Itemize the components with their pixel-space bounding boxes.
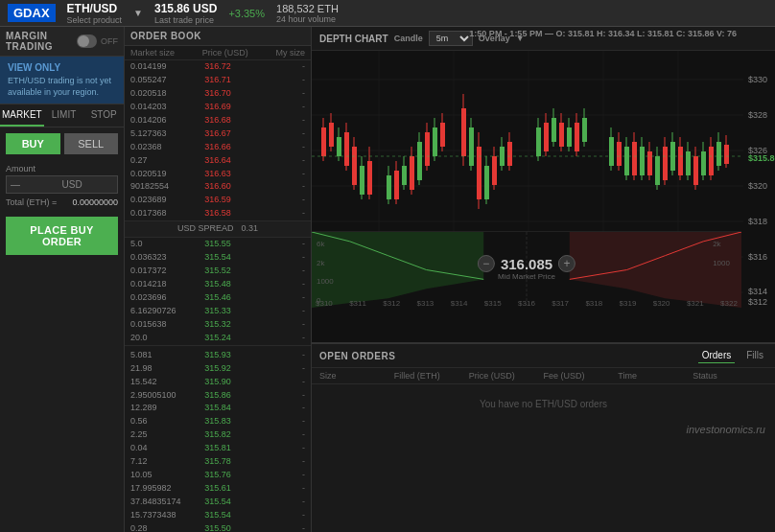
volume-label: 24 hour volume (276, 14, 339, 24)
tab-limit[interactable]: LIMIT (44, 104, 84, 127)
svg-text:$315.86: $315.86 (748, 153, 775, 163)
sell-row[interactable]: 0.27316.64- (125, 154, 311, 168)
buy-row[interactable]: 15.542315.90- (125, 376, 311, 389)
buy-row[interactable]: 12.289315.84- (125, 402, 311, 415)
sell-row[interactable]: 0.020518316.70- (125, 87, 311, 101)
buy-row[interactable]: 0.015638315.32- (125, 318, 311, 332)
col-price: Price (USD) (202, 48, 248, 58)
buy-row[interactable]: 21.98315.92- (125, 362, 311, 376)
sell-row[interactable]: 0.055247316.71- (125, 74, 311, 87)
svg-text:6k: 6k (317, 240, 324, 248)
orderbook-header: Market size Price (USD) My size (125, 46, 311, 60)
depth-title-text: DEPTH CHART (319, 34, 388, 44)
col-fee: Fee (USD) (543, 371, 618, 381)
buy-row[interactable]: 2.25315.82- (125, 428, 311, 442)
buy-row[interactable]: 0.56315.83- (125, 415, 311, 428)
open-orders-header: OPEN ORDERS Orders Fills (312, 344, 775, 368)
margin-toggle[interactable] (77, 35, 97, 48)
mid-price-row: − 316.085 + (478, 255, 575, 272)
col-price: Price (USD) (469, 371, 544, 381)
tab-stop[interactable]: STOP (83, 104, 124, 127)
price-change: +3.35% (228, 8, 265, 19)
trading-pair[interactable]: ETH/USD (67, 2, 123, 15)
view-only-text: ETH/USD trading is not yet available in … (8, 76, 116, 98)
sell-button[interactable]: SELL (64, 133, 119, 154)
tab-market[interactable]: MARKET (0, 104, 44, 127)
chart-info: 1:50 PM - 1:55 PM — O: 315.81 H: 316.34 … (469, 29, 737, 38)
volume-stat: 188,532 ETH 24 hour volume (276, 3, 339, 24)
view-only-box: VIEW ONLY ETH/USD trading is not yet ava… (0, 57, 124, 104)
depth-chart-title: DEPTH CHART Candle 5m15m1h6h1d Overlay ▼… (312, 27, 775, 51)
buy-button[interactable]: BUY (6, 133, 60, 154)
order-book-panel: ORDER BOOK Market size Price (USD) My si… (125, 27, 312, 532)
sell-row[interactable]: 0.017368316.58- (125, 207, 311, 220)
col-size: Size (319, 371, 394, 381)
buy-row[interactable]: 2.95005100315.86- (125, 389, 311, 403)
depth-area: 6k 2k 1000 0 2k 1000 − 316.085 + (312, 231, 741, 308)
buy-row[interactable]: 5.0315.55- (125, 238, 311, 251)
amount-label: Amount (6, 164, 118, 173)
last-price: 315.86 USD (154, 2, 217, 15)
candle-label: Candle (394, 34, 423, 43)
chart-info-text: 1:50 PM - 1:55 PM — O: 315.81 H: 316.34 … (469, 29, 737, 38)
sell-row[interactable]: 0.023689316.59- (125, 194, 311, 207)
buy-row[interactable]: 5.081315.93- (125, 349, 311, 362)
view-only-title: VIEW ONLY (8, 62, 116, 73)
sell-row[interactable]: 0.02368316.66- (125, 141, 311, 154)
buy-row[interactable]: 20.0315.24- (125, 332, 311, 345)
sell-row[interactable]: 0.014206316.68- (125, 114, 311, 127)
svg-text:$316: $316 (748, 252, 767, 262)
svg-marker-162 (312, 232, 483, 308)
pair-arrow: ▼ (133, 8, 143, 18)
amount-input-container[interactable]: — USD (6, 175, 118, 194)
margin-toggle-state: OFF (101, 36, 118, 46)
depth-price-axis: $310$311$312$313$314$315$316$317$318$319… (312, 299, 741, 308)
sell-row[interactable]: 0.020519316.63- (125, 168, 311, 181)
buy-row[interactable]: 6.16290726315.33- (125, 305, 311, 318)
spread-value: 0.31 (241, 222, 258, 236)
buy-row[interactable]: 7.12315.78- (125, 455, 311, 469)
watermark: investonomics.ru (312, 424, 775, 435)
order-type-tabs: MARKET LIMIT STOP (0, 104, 124, 127)
mid-price-left-btn[interactable]: − (478, 255, 495, 272)
col-my-size: My size (275, 48, 305, 58)
svg-text:$314: $314 (748, 287, 767, 296)
tab-fills[interactable]: Fills (742, 348, 767, 363)
mid-price-value: 316.085 (501, 256, 552, 272)
pair-label: Select product (67, 15, 123, 25)
orders-tabs: Orders Fills (698, 348, 767, 363)
last-price-stat: 315.86 USD Last trade price (154, 2, 217, 25)
buy-row[interactable]: 0.04315.81- (125, 442, 311, 455)
open-orders-section: OPEN ORDERS Orders Fills Size Filled (ET… (312, 343, 775, 532)
buy-row[interactable]: 0.023696315.46- (125, 291, 311, 305)
mid-price-right-btn[interactable]: + (558, 255, 575, 272)
place-order-button[interactable]: PLACE BUY ORDER (6, 217, 118, 255)
buy-row[interactable]: 15.7373438315.54- (125, 509, 311, 522)
sell-row[interactable]: 90182554316.60- (125, 180, 311, 194)
sell-row[interactable]: 0.014203316.69- (125, 101, 311, 114)
mid-price-container: − 316.085 + Mid Market Price (478, 255, 575, 281)
orderbook-rows: 0.014199316.72- 0.055247316.71- 0.020518… (125, 60, 311, 532)
orders-table-header: Size Filled (ETH) Price (USD) Fee (USD) … (312, 368, 775, 384)
svg-text:1000: 1000 (317, 277, 334, 286)
pair-section[interactable]: ETH/USD Select product (67, 2, 123, 25)
col-market-size: Market size (130, 48, 175, 58)
sell-row[interactable]: 0.014199316.72- (125, 60, 311, 74)
buy-row[interactable]: 0.036323315.54- (125, 251, 311, 265)
buy-row[interactable]: 37.84835174315.54- (125, 496, 311, 509)
spread-row: USD SPREAD 0.31 (125, 220, 311, 238)
buy-row[interactable]: 0.017372315.52- (125, 265, 311, 278)
buy-row[interactable]: 17.995982315.61- (125, 482, 311, 496)
open-orders-title: OPEN ORDERS (319, 351, 395, 361)
svg-text:1000: 1000 (713, 259, 730, 267)
buy-row[interactable]: 0.014218315.48- (125, 278, 311, 291)
svg-text:$320: $320 (748, 181, 767, 191)
buy-row[interactable]: 0.28315.50- (125, 522, 311, 532)
buy-row[interactable]: 10.05315.76- (125, 469, 311, 482)
margin-trading-label: MARGIN TRADING (6, 31, 73, 52)
sell-row[interactable]: 5.127363316.67- (125, 127, 311, 141)
interval-select[interactable]: 5m15m1h6h1d (429, 31, 473, 46)
svg-text:2k: 2k (317, 259, 324, 267)
tab-orders[interactable]: Orders (698, 348, 736, 363)
col-time: Time (618, 371, 693, 381)
